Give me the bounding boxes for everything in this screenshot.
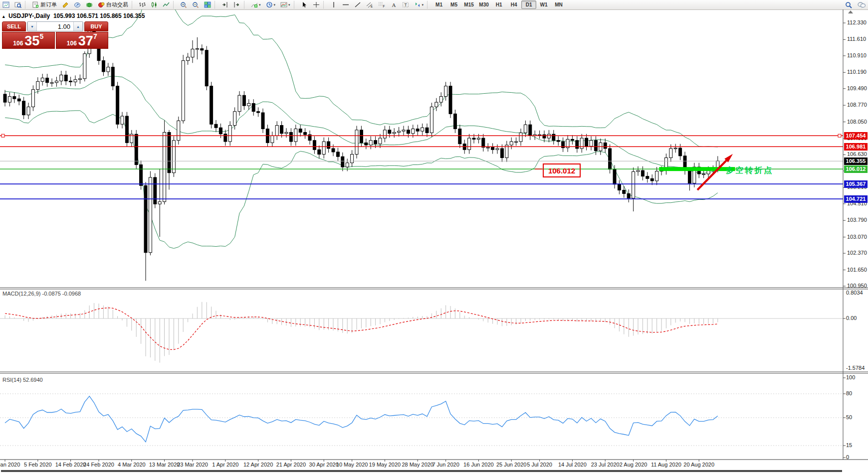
- crosshair-button[interactable]: [311, 0, 322, 9]
- macd-pane[interactable]: [0, 302, 843, 363]
- fibonacci-button[interactable]: F: [376, 0, 387, 9]
- rsi-axis-label: 80: [846, 390, 852, 396]
- alerts-button[interactable]: [84, 0, 95, 9]
- zoom-in-button[interactable]: [178, 0, 189, 9]
- autotrading-icon: [98, 1, 105, 8]
- toolbar-separator: [244, 1, 247, 8]
- price-tick-label: 108.770: [847, 102, 867, 108]
- date-tick-label: 14 Jul 2020: [558, 462, 587, 468]
- autotrading-label: 自动交易: [106, 1, 128, 8]
- terminal-window: 新订单自动交易▾▾▾EFAT▾M1M5M15M30H1H4D1W1MN ▴ US…: [0, 0, 868, 473]
- vertical-line-button[interactable]: [328, 0, 339, 9]
- timeframe-button-m1[interactable]: M1: [432, 0, 446, 9]
- buy-price-button[interactable]: 106 37 7: [56, 32, 109, 49]
- bar-chart-button[interactable]: [137, 0, 148, 9]
- support-zone-rect[interactable]: [659, 167, 735, 171]
- timeframe-button-w1[interactable]: W1: [536, 0, 551, 9]
- volume-increase-button[interactable]: ▲: [73, 22, 83, 31]
- chevron-down-icon[interactable]: ▾: [288, 3, 290, 7]
- search-button[interactable]: [843, 0, 855, 9]
- channel-button[interactable]: E: [364, 0, 375, 9]
- chat-button[interactable]: [856, 0, 868, 9]
- periods-button[interactable]: ▾: [264, 0, 278, 9]
- rsi-pane[interactable]: [0, 394, 843, 446]
- trendline-button[interactable]: [352, 0, 363, 9]
- sell-price-main: 35: [24, 34, 39, 47]
- zoom-out-button[interactable]: [190, 0, 201, 9]
- date-axis[interactable]: 27 Jan 20205 Feb 202014 Feb 202024 Feb 2…: [0, 462, 868, 470]
- line-chart-button[interactable]: [161, 0, 172, 9]
- rsi-axis-label: 0: [846, 454, 849, 460]
- new-order-button[interactable]: 新订单: [30, 0, 59, 9]
- profiles-button[interactable]: [12, 0, 23, 9]
- date-tick-label: 5 Jul 2020: [527, 462, 552, 468]
- macd-axis-label: 0.8034: [846, 290, 863, 296]
- chart-shift-icon: [221, 1, 228, 8]
- chart-shift-button[interactable]: [219, 0, 230, 9]
- buy-price-main: 37: [78, 34, 93, 47]
- text-button[interactable]: A: [388, 0, 399, 9]
- chevron-down-icon[interactable]: ▾: [259, 3, 261, 7]
- price-tick-label: 109.490: [847, 85, 867, 91]
- timeframe-button-h1[interactable]: H1: [491, 0, 506, 9]
- volume-decrease-button[interactable]: ▼: [27, 22, 37, 31]
- horizontal-line-icon: [342, 1, 349, 8]
- chevron-down-icon[interactable]: ▾: [274, 3, 276, 7]
- rsi-axis-label: 15: [846, 442, 852, 448]
- arrows-button[interactable]: ▾: [412, 0, 426, 9]
- tile-windows-icon: [204, 1, 211, 8]
- templates-button[interactable]: ▾: [278, 0, 292, 9]
- sell-price-base: 106: [13, 40, 23, 47]
- candlestick-chart-button[interactable]: [149, 0, 160, 9]
- price-callout-box[interactable]: 106.012: [543, 163, 581, 177]
- buy-button[interactable]: BUY: [84, 21, 108, 31]
- line-handle[interactable]: [1, 134, 4, 137]
- collapse-panel-icon[interactable]: ▴: [2, 14, 5, 19]
- timeframe-button-m15[interactable]: M15: [461, 0, 476, 9]
- line-handle[interactable]: [838, 134, 841, 137]
- timeframe-button-h4[interactable]: H4: [506, 0, 521, 9]
- metaeditor-button[interactable]: [72, 0, 83, 9]
- autotrading-button[interactable]: 自动交易: [96, 0, 130, 9]
- indicators-icon: [251, 1, 258, 8]
- crosshair-icon: [313, 1, 320, 8]
- volume-field[interactable]: ▼ 1.00 ▲: [27, 21, 83, 31]
- timeframe-button-mn[interactable]: MN: [551, 0, 566, 9]
- cursor-button[interactable]: [299, 0, 310, 9]
- price-pane[interactable]: [0, 9, 843, 281]
- turning-point-note[interactable]: 多空转折点: [726, 165, 773, 176]
- fibonacci-icon: F: [378, 1, 385, 8]
- date-tick-label: 23 Mar 2020: [177, 462, 208, 468]
- terminal-button[interactable]: [60, 0, 71, 9]
- price-tag-106.355: 106.355: [844, 158, 868, 165]
- timeframe-button-m5[interactable]: M5: [446, 0, 461, 9]
- chart-title: ▴ USDJPY-,Daily 105.993 106.571 105.865 …: [2, 12, 145, 19]
- toolbar-separator: [25, 1, 28, 8]
- new-chart-button[interactable]: [0, 0, 11, 9]
- horizontal-scrollbar[interactable]: [1, 470, 842, 472]
- scroll-up-icon[interactable]: [848, 10, 853, 13]
- sell-price-pip: 5: [39, 33, 43, 39]
- chart-area[interactable]: [0, 9, 868, 473]
- volume-value[interactable]: 1.00: [37, 22, 73, 31]
- alerts-icon: [86, 1, 93, 8]
- symbol-period-label: USDJPY-,Daily: [8, 12, 50, 19]
- rsi-label: RSI(14) 52.6940: [2, 377, 43, 383]
- indicators-button[interactable]: ▾: [249, 0, 263, 9]
- toolbar-separator: [173, 1, 176, 8]
- price-tick-label: 108.050: [847, 119, 867, 125]
- timeframe-button-d1[interactable]: D1: [521, 0, 536, 9]
- timeframe-button-m30[interactable]: M30: [476, 0, 491, 9]
- new-order-icon: [32, 1, 39, 8]
- price-tick-label: 112.330: [847, 19, 867, 25]
- buy-price-base: 106: [67, 40, 77, 47]
- metaeditor-icon: [74, 1, 81, 8]
- horizontal-line-button[interactable]: [340, 0, 351, 9]
- chevron-down-icon[interactable]: ▾: [422, 3, 424, 7]
- text-label-button[interactable]: T: [400, 0, 411, 9]
- auto-scroll-button[interactable]: [231, 0, 242, 9]
- sell-button[interactable]: SELL: [2, 21, 26, 31]
- tile-windows-button[interactable]: [202, 0, 213, 9]
- terminal-icon: [62, 1, 69, 8]
- sell-price-button[interactable]: 106 35 5: [2, 32, 55, 49]
